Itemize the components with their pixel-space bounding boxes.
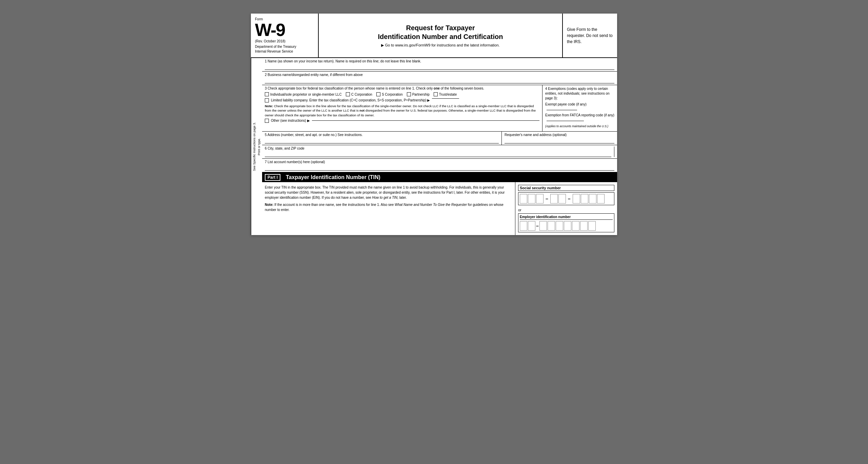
checkbox-partnership-box[interactable] xyxy=(407,92,411,96)
ssn-cell[interactable] xyxy=(536,194,544,204)
ssn-dash: – xyxy=(567,196,571,201)
note-bold: Note: xyxy=(265,104,273,108)
sidebar: See Specific Instructions on page 3. Pri… xyxy=(251,58,262,235)
ein-label: Employer identification number xyxy=(520,215,613,220)
ein-group-1 xyxy=(520,221,535,231)
checkbox-scorp-box[interactable] xyxy=(376,92,380,96)
form-identifier: Form W-9 (Rev. October 2018) Department … xyxy=(251,14,319,57)
part1-tin-section: Social security number – xyxy=(515,182,617,235)
fatca-input[interactable] xyxy=(547,121,584,121)
line6-input[interactable] xyxy=(265,151,611,157)
other-label: Other (see instructions) ▶ xyxy=(271,119,310,122)
ein-cell[interactable] xyxy=(580,221,588,231)
line5-input[interactable] xyxy=(265,137,499,143)
ein-cell[interactable] xyxy=(520,221,527,231)
checkbox-ccorp-label: C Corporation xyxy=(351,93,372,96)
checkbox-llc-box[interactable] xyxy=(265,98,269,102)
line1-input[interactable] xyxy=(265,64,614,70)
exemptions-section: 4 Exemptions (codes apply only to certai… xyxy=(542,85,617,131)
or-text: or xyxy=(518,208,614,212)
ein-cell[interactable] xyxy=(539,221,547,231)
llc-classification-input[interactable] xyxy=(432,98,459,99)
line5-left: 5 Address (number, street, and apt. or s… xyxy=(262,132,502,145)
section3-wrapper: 3 Check appropriate box for federal tax … xyxy=(262,85,617,132)
other-input[interactable] xyxy=(312,120,539,121)
part1-title: Taxpayer Identification Number (TIN) xyxy=(286,174,380,180)
line6-section: 6 City, state, and ZIP code xyxy=(265,147,614,157)
exemptions-box: 4 Exemptions (codes apply only to certai… xyxy=(545,86,614,129)
line7-row: 7 List account number(s) here (optional) xyxy=(262,159,617,173)
city-row: 6 City, state, and ZIP code xyxy=(262,145,617,159)
ssn-cell[interactable] xyxy=(573,194,580,204)
ein-cell[interactable] xyxy=(572,221,579,231)
ssn-label: Social security number xyxy=(518,185,614,191)
line6-label: 6 City, state, and ZIP code xyxy=(265,147,611,150)
requesters-section: Requester's name and address (optional) xyxy=(502,132,617,145)
other-row: Other (see instructions) ▶ xyxy=(265,119,539,123)
sidebar-print-or-type: Print or type. xyxy=(257,138,261,155)
ein-cell[interactable] xyxy=(528,221,535,231)
ssn-section: Social security number – xyxy=(518,185,614,205)
ssn-cell[interactable] xyxy=(528,194,535,204)
llc-row: Limited liability company. Enter the tax… xyxy=(265,98,539,102)
ssn-cell[interactable] xyxy=(597,194,605,204)
line2-input[interactable] xyxy=(265,77,614,83)
checkbox-individual[interactable]: Individual/sole proprietor or single-mem… xyxy=(265,92,342,96)
form-fields: 1 Name (as shown on your income tax retu… xyxy=(262,58,617,235)
part1-header: Part I Taxpayer Identification Number (T… xyxy=(262,173,617,182)
ein-cell[interactable] xyxy=(564,221,571,231)
ssn-cell[interactable] xyxy=(589,194,596,204)
form-rev-date: (Rev. October 2018) xyxy=(255,39,314,43)
checkbox-ccorp[interactable]: C Corporation xyxy=(346,92,372,96)
address-section: 5 Address (number, street, and apt. or s… xyxy=(262,132,617,145)
checkbox-partnership[interactable]: Partnership xyxy=(407,92,430,96)
checkbox-trust-box[interactable] xyxy=(434,92,438,96)
ein-boxes: – xyxy=(520,221,613,231)
line1-row: 1 Name (as shown on your income tax retu… xyxy=(262,58,617,72)
ein-cell[interactable] xyxy=(548,221,555,231)
line3-label: 3 Check appropriate box for federal tax … xyxy=(265,86,539,90)
tax-classification-checkboxes: Individual/sole proprietor or single-mem… xyxy=(265,92,539,96)
line2-row: 2 Business name/disregarded entity name,… xyxy=(262,72,617,85)
form-body: See Specific Instructions on page 3. Pri… xyxy=(251,58,617,235)
requesters-input[interactable] xyxy=(505,137,614,143)
checkbox-scorp[interactable]: S Corporation xyxy=(376,92,403,96)
section3-left: 3 Check appropriate box for federal tax … xyxy=(262,85,542,131)
exempt-payee: Exempt payee code (if any) xyxy=(545,102,614,112)
fatca-exemption: Exemption from FATCA reporting code (if … xyxy=(545,113,614,122)
part1-body-text: Enter your TIN in the appropriate box. T… xyxy=(265,185,512,200)
ssn-cell[interactable] xyxy=(520,194,527,204)
llc-note: Note: Check the appropriate box in the l… xyxy=(265,104,539,117)
line7-input[interactable] xyxy=(265,165,614,171)
how-to-get-tin: How to get a TIN, xyxy=(372,196,398,199)
form-title: Request for Taxpayer Identification Numb… xyxy=(326,23,555,41)
ein-section: Employer identification number – xyxy=(518,213,614,232)
checkbox-other-box[interactable] xyxy=(265,119,269,123)
ssn-cell[interactable] xyxy=(550,194,558,204)
applies-note: (Applies to accounts maintained outside … xyxy=(545,124,614,129)
ssn-cell[interactable] xyxy=(558,194,566,204)
form-instructions-link: ▶ Go to www.irs.gov/FormW9 for instructi… xyxy=(326,43,555,47)
ssn-cell[interactable] xyxy=(581,194,588,204)
checkbox-trust-label: Trust/estate xyxy=(439,93,457,96)
ein-dash: – xyxy=(536,223,539,229)
ein-group-2 xyxy=(539,221,596,231)
form-title-section: Request for Taxpayer Identification Numb… xyxy=(319,14,563,57)
w9-form: Form W-9 (Rev. October 2018) Department … xyxy=(251,14,617,235)
part1-note: Note: If the account is in more than one… xyxy=(265,202,512,212)
checkbox-trust[interactable]: Trust/estate xyxy=(434,92,457,96)
ein-cell[interactable] xyxy=(556,221,563,231)
checkbox-ccorp-box[interactable] xyxy=(346,92,350,96)
line2-label: 2 Business name/disregarded entity name,… xyxy=(265,73,614,77)
part1-body: Enter your TIN in the appropriate box. T… xyxy=(262,182,617,235)
checkbox-individual-box[interactable] xyxy=(265,92,269,96)
form-department: Department of the Treasury Internal Reve… xyxy=(255,44,314,54)
ein-cell[interactable] xyxy=(588,221,596,231)
checkbox-scorp-label: S Corporation xyxy=(382,93,403,96)
line1-label: 1 Name (as shown on your income tax retu… xyxy=(265,59,614,63)
line7-label: 7 List account number(s) here (optional) xyxy=(265,160,614,164)
exempt-payee-input[interactable] xyxy=(547,110,577,110)
form-give-instruction: Give Form to the requester. Do not send … xyxy=(563,14,617,57)
part1-text-section: Enter your TIN in the appropriate box. T… xyxy=(262,182,515,235)
llc-label: Limited liability company. Enter the tax… xyxy=(271,98,430,102)
